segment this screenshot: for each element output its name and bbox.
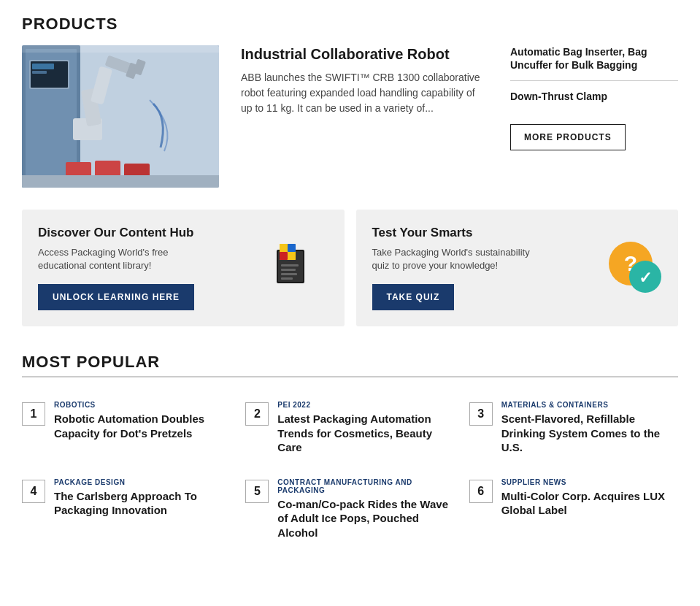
robot-image-svg [22,45,219,188]
popular-number-6: 6 [469,480,493,503]
svg-rect-5 [32,64,54,69]
product-featured-title[interactable]: Industrial Collaborative Robot [241,45,481,63]
product-sidebar: Automatic Bag Inserter, Bag Uncuffer for… [510,45,678,188]
product-featured-image [22,45,219,188]
svg-rect-14 [95,161,120,177]
products-grid: Industrial Collaborative Robot ABB launc… [22,45,678,188]
popular-content-3: MATERIALS & CONTAINERS Scent-Flavored, R… [501,401,678,455]
svg-rect-16 [22,175,219,188]
popular-headline-2[interactable]: Latest Packaging Automation Trends for C… [277,412,454,455]
most-popular-title: MOST POPULAR [22,353,678,372]
popular-headline-1[interactable]: Robotic Automation Doubles Capacity for … [54,412,231,440]
popular-number-1: 1 [22,402,45,426]
quiz-title: Test Your Smarts [372,226,664,240]
popular-content-2: PEI 2022 Latest Packaging Automation Tre… [277,401,454,455]
quiz-icon: ? ✓ [603,240,665,296]
popular-grid: 1 ROBOTICS Robotic Automation Doubles Ca… [22,392,678,554]
product-featured-content: Industrial Collaborative Robot ABB launc… [241,45,488,188]
popular-category-2: PEI 2022 [277,401,454,409]
popular-content-6: SUPPLIER NEWS Multi-Color Corp. Acquires… [501,478,678,518]
popular-category-1: ROBOTICS [54,401,231,409]
content-hub-promo: Discover Our Content Hub Access Packagin… [22,210,345,326]
sidebar-link-2[interactable]: Down-Thrust Clamp [510,90,678,112]
popular-item-4: 4 PACKAGE DESIGN The Carlsberg Approach … [22,469,231,555]
sidebar-link-1[interactable]: Automatic Bag Inserter, Bag Uncuffer for… [510,45,678,81]
popular-number-4: 4 [22,480,45,503]
take-quiz-button[interactable]: TAKE QUIZ [372,284,455,310]
quiz-desc: Take Packaging World's sustainability qu… [372,246,547,272]
popular-content-5: CONTRACT MANUFACTURING AND PACKAGING Co-… [277,478,454,540]
content-hub-title: Discover Our Content Hub [38,226,330,240]
popular-category-3: MATERIALS & CONTAINERS [501,401,678,409]
popular-category-6: SUPPLIER NEWS [501,478,678,486]
quiz-promo: Test Your Smarts Take Packaging World's … [356,210,679,326]
popular-headline-4[interactable]: The Carlsberg Approach To Packaging Inno… [54,489,231,518]
popular-number-2: 2 [245,402,269,426]
svg-rect-21 [280,244,288,252]
popular-item-5: 5 CONTRACT MANUFACTURING AND PACKAGING C… [245,469,454,555]
most-popular-divider [22,376,678,377]
svg-rect-24 [288,252,296,260]
svg-rect-27 [281,273,297,275]
product-featured-desc: ABB launches the SWIFTI™ CRB 1300 collab… [241,70,481,116]
popular-item-3: 3 MATERIALS & CONTAINERS Scent-Flavored,… [469,392,678,469]
most-popular-section: MOST POPULAR 1 ROBOTICS Robotic Automati… [22,353,678,554]
popular-number-3: 3 [469,402,493,426]
svg-rect-17 [22,45,219,53]
promo-row: Discover Our Content Hub Access Packagin… [22,210,678,326]
popular-number-5: 5 [245,480,269,503]
popular-content-4: PACKAGE DESIGN The Carlsberg Approach To… [54,478,231,518]
popular-item-1: 1 ROBOTICS Robotic Automation Doubles Ca… [22,392,231,469]
content-hub-icon [277,244,331,292]
popular-headline-3[interactable]: Scent-Flavored, Refillable Drinking Syst… [501,412,678,455]
unlock-learning-button[interactable]: UNLOCK LEARNING HERE [38,284,194,310]
svg-rect-26 [281,269,296,271]
svg-rect-22 [288,244,296,252]
popular-item-6: 6 SUPPLIER NEWS Multi-Color Corp. Acquir… [469,469,678,555]
products-title: PRODUCTS [22,15,678,34]
svg-rect-23 [280,252,288,260]
svg-rect-25 [281,264,299,266]
popular-item-2: 2 PEI 2022 Latest Packaging Automation T… [245,392,454,469]
popular-category-4: PACKAGE DESIGN [54,478,231,486]
svg-text:✓: ✓ [639,269,652,287]
popular-content-1: ROBOTICS Robotic Automation Doubles Capa… [54,401,231,440]
svg-rect-28 [281,277,293,280]
popular-headline-5[interactable]: Co-man/Co-pack Rides the Wave of Adult I… [277,497,454,540]
products-section: PRODUCTS [22,15,678,188]
popular-headline-6[interactable]: Multi-Color Corp. Acquires LUX Global La… [501,489,678,518]
more-products-button[interactable]: MORE PRODUCTS [510,124,626,150]
content-hub-desc: Access Packaging World's free educationa… [38,246,213,272]
svg-rect-6 [32,71,47,74]
popular-category-5: CONTRACT MANUFACTURING AND PACKAGING [277,478,454,494]
